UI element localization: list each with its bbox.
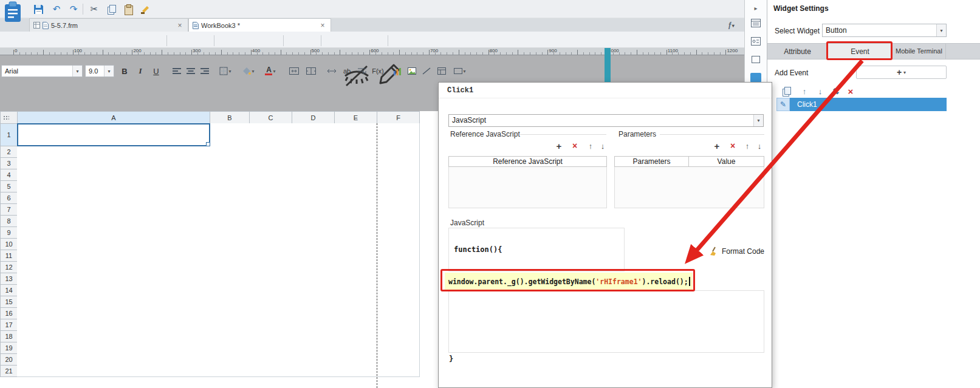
row-header[interactable]: 10 bbox=[0, 238, 18, 250]
format-painter-button[interactable] bbox=[139, 2, 152, 16]
move-event-down-icon[interactable]: ↓ bbox=[814, 84, 827, 98]
grid-cell[interactable] bbox=[17, 169, 210, 181]
grid-cell[interactable] bbox=[334, 353, 377, 366]
grid-cell[interactable] bbox=[377, 353, 420, 366]
border-button[interactable]: ▾ bbox=[216, 65, 235, 77]
text-wrap-button[interactable] bbox=[355, 65, 369, 77]
edit-event-icon[interactable]: ✎ bbox=[776, 98, 790, 111]
align-center-button[interactable] bbox=[184, 65, 197, 77]
row-header[interactable]: 16 bbox=[0, 307, 18, 319]
font-size-select[interactable]: 9.0 ▾ bbox=[85, 65, 114, 77]
grid-cell[interactable] bbox=[334, 365, 377, 377]
grid-cell[interactable] bbox=[292, 273, 335, 285]
grid-cell[interactable] bbox=[249, 365, 292, 377]
grid-cell[interactable] bbox=[210, 342, 250, 354]
grid-cell[interactable] bbox=[249, 353, 292, 366]
move-reference-down-icon[interactable]: ↓ bbox=[597, 140, 609, 151]
grid-cell[interactable] bbox=[292, 203, 335, 216]
add-reference-js-icon[interactable]: + bbox=[553, 140, 565, 151]
grid-cell[interactable] bbox=[292, 365, 335, 377]
paste-button[interactable] bbox=[122, 2, 135, 16]
insert-image-button[interactable] bbox=[405, 65, 419, 77]
grid-cell[interactable] bbox=[292, 319, 335, 331]
grid-cell[interactable] bbox=[292, 169, 335, 181]
grid-cell[interactable] bbox=[377, 238, 420, 250]
grid-cell[interactable] bbox=[292, 123, 335, 146]
column-header[interactable]: D bbox=[292, 111, 335, 124]
grid-cell[interactable] bbox=[17, 238, 210, 250]
grid-cell[interactable] bbox=[334, 319, 377, 331]
grid-cell[interactable] bbox=[334, 296, 377, 308]
grid-cell[interactable] bbox=[249, 203, 292, 216]
grid-cell[interactable] bbox=[377, 330, 420, 342]
grid-cell[interactable] bbox=[210, 192, 250, 204]
event-type-dropdown[interactable]: JavaScript ▾ bbox=[448, 114, 764, 127]
tab-workbook3[interactable]: WorkBook3 * × bbox=[188, 18, 331, 32]
move-parameter-up-icon[interactable]: ↑ bbox=[741, 140, 753, 151]
move-event-up-icon[interactable]: ↑ bbox=[798, 84, 811, 98]
grid-cell[interactable] bbox=[377, 273, 420, 285]
grid-cell[interactable] bbox=[334, 180, 377, 192]
grid-cell[interactable] bbox=[249, 123, 292, 146]
grid-cell[interactable] bbox=[292, 215, 335, 227]
grid-cell[interactable] bbox=[377, 284, 420, 296]
select-widget-dropdown[interactable]: Button ▾ bbox=[822, 24, 947, 37]
insert-line-button[interactable] bbox=[419, 65, 434, 77]
row-header[interactable]: 6 bbox=[0, 192, 18, 204]
tab-frm-document[interactable]: 5-5.7.frm × bbox=[29, 18, 188, 32]
grid-cell[interactable] bbox=[249, 307, 292, 319]
grid-cell[interactable] bbox=[334, 342, 377, 354]
insert-chart-button[interactable] bbox=[390, 65, 405, 77]
move-reference-up-icon[interactable]: ↑ bbox=[584, 140, 597, 151]
grid-cell[interactable] bbox=[210, 203, 250, 216]
italic-button[interactable]: I bbox=[134, 65, 147, 77]
shrink-text-button[interactable]: ab bbox=[340, 65, 354, 77]
font-family-select[interactable]: Arial ▾ bbox=[1, 65, 83, 77]
row-header[interactable]: 9 bbox=[0, 226, 18, 239]
grid-cell[interactable] bbox=[210, 296, 250, 308]
row-header[interactable]: 13 bbox=[0, 273, 18, 285]
sort-events-icon[interactable]: ⇅ bbox=[829, 84, 843, 98]
grid-cell[interactable] bbox=[377, 157, 420, 169]
grid-cell[interactable] bbox=[249, 284, 292, 296]
copy-event-button[interactable] bbox=[780, 84, 793, 98]
row-header[interactable]: 14 bbox=[0, 284, 18, 296]
form-widget-dock-icon[interactable] bbox=[749, 17, 762, 29]
column-header[interactable]: E bbox=[334, 111, 377, 124]
grid-cell[interactable] bbox=[377, 250, 420, 262]
row-header[interactable]: 7 bbox=[0, 203, 18, 216]
grid-cell[interactable] bbox=[334, 261, 377, 273]
grid-cell[interactable] bbox=[334, 157, 377, 169]
grid-cell[interactable] bbox=[292, 330, 335, 342]
delete-parameter-icon[interactable]: × bbox=[727, 140, 739, 151]
grid-cell[interactable] bbox=[17, 365, 210, 377]
grid-cell[interactable] bbox=[377, 319, 420, 331]
grid-cell[interactable] bbox=[210, 330, 250, 342]
grid-cell[interactable] bbox=[17, 157, 210, 169]
tab-mobile-terminal[interactable]: Mobile Terminal bbox=[893, 44, 946, 59]
grid-cell[interactable] bbox=[334, 203, 377, 216]
row-header[interactable]: 17 bbox=[0, 319, 18, 331]
close-tab-icon[interactable]: × bbox=[176, 21, 184, 30]
grid-cell[interactable] bbox=[377, 169, 420, 181]
grid-cell[interactable] bbox=[17, 203, 210, 216]
grid-cell[interactable] bbox=[249, 273, 292, 285]
grid-cell[interactable] bbox=[17, 180, 210, 192]
grid-cell[interactable] bbox=[334, 250, 377, 262]
grid-cell[interactable] bbox=[292, 250, 335, 262]
underline-button[interactable]: U bbox=[149, 65, 163, 77]
collapse-panel-icon[interactable]: ▸ bbox=[749, 4, 762, 12]
fill-color-button[interactable]: ▾ bbox=[239, 65, 258, 77]
reference-js-table-body[interactable] bbox=[448, 167, 607, 208]
grid-cell[interactable] bbox=[17, 307, 210, 319]
grid-cell[interactable] bbox=[17, 319, 210, 331]
grid-cell[interactable] bbox=[210, 123, 250, 146]
grid-cell[interactable] bbox=[292, 192, 335, 204]
grid-cell[interactable] bbox=[377, 123, 420, 146]
grid-cell[interactable] bbox=[334, 169, 377, 181]
grid-cell[interactable] bbox=[249, 296, 292, 308]
grid-cell[interactable] bbox=[292, 307, 335, 319]
grid-cell[interactable] bbox=[292, 226, 335, 239]
row-header[interactable]: 8 bbox=[0, 215, 18, 227]
grid-cell[interactable] bbox=[210, 215, 250, 227]
